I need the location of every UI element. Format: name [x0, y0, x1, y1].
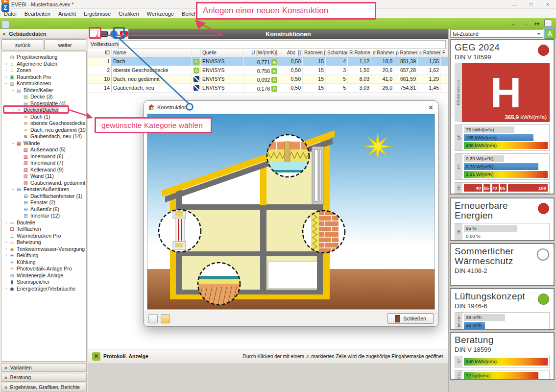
column-header-r-rahme[interactable]: R-Rahme...	[348, 49, 371, 57]
expander-icon[interactable]: ›	[3, 252, 9, 259]
expander-icon[interactable]: ›	[10, 187, 17, 192]
dialog-close-icon[interactable]: ✕	[428, 104, 434, 111]
sidebar-item-außentür-6[interactable]: ⊞Außentür (6)	[1, 206, 86, 213]
table-row-dach[interactable]: 1DachAENVISYS0,771A0,501541,1218,0851,39…	[88, 57, 448, 66]
column-header-c-rahmen[interactable]: c Rahmen...	[418, 49, 441, 57]
sidebar-item-stromspeicher[interactable]: ▮Stromspeicher	[1, 279, 86, 286]
expander-icon[interactable]: ›	[3, 220, 9, 226]
bottom-panel-beratung[interactable]: »Beratung	[1, 373, 87, 382]
menu-berichte[interactable]: Berichte	[178, 11, 205, 17]
expander-icon[interactable]: ›	[3, 67, 9, 74]
bottom-panel-varianten[interactable]: »Varianten	[1, 363, 87, 372]
nav-insert-icon[interactable]: ↦	[532, 19, 541, 28]
print-icon[interactable]	[148, 314, 158, 323]
bottom-panel-ergebnisse-grafiken-berichte[interactable]: »Ergebnisse, Grafiken, Berichte	[1, 383, 87, 392]
column-header-u-w-m-k[interactable]: U [W/(m²K)]	[244, 49, 279, 57]
sidebar-item-fenster-außentüren[interactable]: ›⊞Fenster/Außentüren	[1, 186, 86, 193]
sidebar-item-fenster-2[interactable]: ⊞Fenster (2)	[1, 199, 86, 206]
variant-a-badge[interactable]: A	[545, 29, 555, 39]
expander-icon[interactable]: ›	[3, 246, 9, 253]
column-header-schichtan[interactable]: Schichtan...	[326, 49, 348, 57]
sidebar-item-energieträger-verbräuche[interactable]: ›◉Energieträger/Verbräuche	[1, 286, 86, 293]
expander-icon[interactable]: ›	[10, 107, 17, 113]
menu-extras[interactable]: Extras	[205, 11, 228, 17]
table-row-oberste-geschossdecke[interactable]: 2oberste GeschossdeckeAENVISYS0,756A0,50…	[88, 66, 448, 75]
nav-back-icon[interactable]: ←	[509, 19, 518, 28]
column-header-rahmen[interactable]: Rahmen [%]	[303, 49, 326, 57]
variant-dropdown[interactable]: Ist-Zustand	[450, 29, 543, 38]
house-cross-section-illustration[interactable]	[147, 114, 435, 310]
expander-icon[interactable]: ›	[3, 286, 9, 293]
copy-to-clipboard-icon[interactable]	[161, 314, 170, 323]
column-header-id[interactable]: ID	[88, 49, 112, 57]
sidebar-item-dach-1[interactable]: ≋Dach (1)	[1, 114, 86, 121]
dialog-titlebar[interactable]: Konstruktion ✕	[144, 101, 438, 114]
sidebar-item-wände[interactable]: ›▦Wände	[1, 140, 86, 147]
menu-bearbeiten[interactable]: Bearbeiten	[21, 11, 54, 17]
menu-ansicht[interactable]: Ansicht	[54, 11, 80, 17]
back-button[interactable]: zurück	[1, 39, 44, 50]
sidebar-item-windenergie-anlage[interactable]: ⊛Windenergie-Anlage	[1, 272, 86, 279]
sidebar-item-belüftung[interactable]: ›✳Belüftung	[1, 252, 86, 259]
share-icon[interactable]	[1, 21, 9, 28]
sidebar-item-projektverwaltung[interactable]: ◷Projektverwaltung	[1, 54, 86, 61]
sidebar-item-böden-keller[interactable]: ›▤Böden/Keller	[1, 87, 86, 94]
sidebar-item-zonen[interactable]: ›⌂Zonen	[1, 67, 86, 74]
sidebar-item-trinkwarmwasser-versorgung[interactable]: ›◆Trinkwarmwasser-Versorgung	[1, 246, 86, 253]
nav-forward-icon[interactable]: →	[521, 19, 530, 28]
sidebar-item-wand-11[interactable]: ▥Wand (11)	[1, 173, 86, 180]
search-input[interactable]	[119, 40, 446, 49]
menu-werkzeuge[interactable]: Werkzeuge	[143, 11, 178, 17]
column-header-badge[interactable]	[192, 49, 201, 57]
sidebar-item-bodenplatte-4[interactable]: ▤Bodenplatte (4)	[1, 100, 86, 107]
info-icon[interactable]: i	[109, 29, 119, 39]
sidebar-item-gaubenwand-gedämmt-13[interactable]: ▥Gaubenwand, gedämmt (13)	[1, 180, 86, 187]
sidebar-item-gaubendach-neu-14[interactable]: ≋Gaubendach, neu (14)	[1, 133, 86, 140]
expander-icon[interactable]: ›	[3, 61, 9, 68]
column-header-rahmen[interactable]: ρ Rahmen...	[394, 49, 418, 57]
video-help-icon[interactable]: ▶	[120, 29, 129, 39]
sidebar-header[interactable]: » Gebäudedaten	[0, 29, 88, 39]
sidebar-item-innenwand-7[interactable]: ▥Innenwand (7)	[1, 160, 86, 167]
chart-edit-icon[interactable]	[544, 19, 552, 27]
sidebar-item-innentür-12[interactable]: ⊞Innentür (12)	[1, 213, 86, 220]
protocol-close-icon[interactable]: ✕	[92, 352, 100, 361]
sidebar-item-dach-neu-gedämmt-10[interactable]: ≋Dach, neu gedämmt (10)	[1, 127, 86, 134]
expander-icon[interactable]: ›	[3, 239, 9, 246]
sidebar-item-konstruktionen[interactable]: ›▥Konstruktionen	[1, 80, 86, 87]
sidebar-item-bauteile[interactable]: ›▱Bauteile	[1, 220, 86, 226]
next-button[interactable]: weiter	[44, 39, 87, 50]
table-row-dach-neu-gedämmt[interactable]: 10Dach, neu gedämmtENVISYS0,092A0,501558…	[88, 75, 448, 84]
menu-grafiken[interactable]: Grafiken	[115, 11, 143, 17]
sidebar-item-kellerwand-9[interactable]: ▥Kellerwand (9)	[1, 167, 86, 173]
expander-icon[interactable]: ›	[10, 141, 17, 146]
sidebar-item-photovoltaik-anlage-pro[interactable]: ☀Photovoltaik-Anlage Pro	[1, 266, 86, 272]
sidebar-item-außenwand-5[interactable]: ▥Außenwand (5)	[1, 147, 86, 153]
column-header-f[interactable]: F	[441, 49, 448, 57]
add-construction-icon[interactable]	[89, 29, 98, 39]
column-header-quelle[interactable]: Quelle	[201, 49, 244, 57]
menu-hilfe[interactable]: Hilfe	[229, 11, 247, 17]
expander-icon[interactable]: ›	[10, 88, 17, 93]
close-button[interactable]: ×	[539, 0, 556, 9]
column-header-abs[interactable]: Abs. []	[279, 49, 303, 57]
sum-blue-icon[interactable]: Σ	[1, 4, 9, 12]
maximize-button[interactable]: □	[523, 0, 539, 9]
sidebar-item-wärmebrücken-pro[interactable]: ⊥Wärmebrücken Pro	[1, 233, 86, 240]
expander-icon[interactable]: ›	[3, 74, 9, 81]
sidebar-item-decken-dächer[interactable]: ›≋Decken/Dächer	[1, 107, 86, 114]
expander-icon[interactable]: ›	[3, 81, 10, 86]
column-header-d-rahmen[interactable]: d Rahmen...	[371, 49, 394, 57]
sidebar-item-kühlung[interactable]: ✳Kühlung	[1, 259, 86, 266]
sidebar-item-oberste-geschossdecke-2[interactable]: ≋oberste Geschossdecke (2)	[1, 120, 86, 127]
sidebar-item-dachflächenfenster-1[interactable]: ⊞Dachflächenfenster (1)	[1, 193, 86, 200]
sidebar-item-decke-3[interactable]: ▤Decke (3)	[1, 94, 86, 100]
print-icon[interactable]	[99, 29, 109, 39]
sidebar-item-raumbuch-pro[interactable]: ›▣Raumbuch Pro	[1, 74, 86, 81]
close-dialog-button[interactable]: Schließen	[387, 313, 434, 324]
column-header-name[interactable]: Name	[112, 49, 192, 57]
sidebar-item-allgemeine-daten[interactable]: ›⌂Allgemeine Daten	[1, 61, 86, 68]
sidebar-item-teilflächen[interactable]: ⊟Teilflächen	[1, 226, 86, 233]
table-row-gaubendach-neu[interactable]: 14Gaubendach, neuENVISYS0,176A0,501553,0…	[88, 84, 448, 93]
sidebar-item-innenwand-6[interactable]: ▥Innenwand (6)	[1, 153, 86, 160]
